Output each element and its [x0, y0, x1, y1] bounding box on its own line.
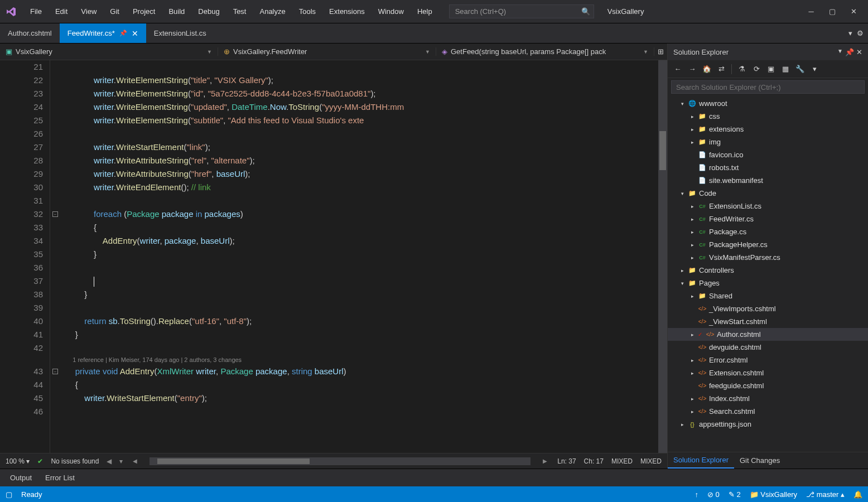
code-line[interactable]: {	[61, 378, 658, 392]
add-to-source-icon[interactable]: ↑	[695, 490, 698, 499]
tree-item[interactable]: ▸</>Search.cshtml	[668, 405, 868, 418]
tree-item[interactable]: ▸</>Extension.cshtml	[668, 366, 868, 379]
tree-item[interactable]: ▸C#PackageHelper.cs	[668, 238, 868, 251]
tree-item[interactable]: ▸📁Controllers	[668, 264, 868, 277]
tool-window-tab[interactable]: Error List	[38, 469, 81, 486]
tree-item[interactable]: </>_ViewImports.cshtml	[668, 302, 868, 315]
maximize-button[interactable]: ▢	[827, 6, 838, 17]
tree-expander[interactable]: ▸	[689, 114, 696, 119]
solution-search-input[interactable]	[671, 80, 865, 94]
menu-debug[interactable]: Debug	[192, 4, 225, 19]
quick-search[interactable]: Search (Ctrl+Q) 🔍	[449, 4, 594, 18]
repo-name[interactable]: 📁 VsixGallery	[750, 490, 797, 499]
tree-expander[interactable]: ▸	[689, 293, 696, 299]
warning-count[interactable]: ✎ 2	[729, 490, 741, 499]
menu-view[interactable]: View	[75, 4, 102, 19]
code-line[interactable]: writer.WriteElementString("updated", Dat…	[61, 100, 658, 114]
hscroll-right[interactable]: ▶	[541, 458, 549, 464]
tree-expander[interactable]: ▾	[679, 101, 686, 107]
code-line[interactable]: writer.WriteStartElement("entry");	[61, 392, 658, 405]
menu-extensions[interactable]: Extensions	[324, 4, 370, 19]
panel-pin-icon[interactable]: 📌	[845, 48, 854, 56]
tree-item[interactable]: ▾🌐wwwroot	[668, 97, 868, 110]
menu-window[interactable]: Window	[373, 4, 409, 19]
tree-expander[interactable]: ▸	[689, 358, 696, 363]
pin-icon[interactable]: 📌	[119, 30, 127, 37]
doc-tab[interactable]: FeedWriter.cs* 📌 ✕	[60, 23, 146, 43]
code-line[interactable]: }	[61, 288, 658, 301]
tree-item[interactable]: ▸</>Error.cshtml	[668, 354, 868, 366]
preview-icon[interactable]: ▾	[808, 62, 821, 76]
tree-expander[interactable]: ▾	[679, 191, 686, 196]
code-line[interactable]: }	[61, 328, 658, 341]
menu-help[interactable]: Help	[412, 4, 438, 19]
tree-item[interactable]: </>_ViewStart.cshtml	[668, 315, 868, 328]
branch-name[interactable]: ⎇ master ▴	[806, 490, 845, 499]
code-line[interactable]	[61, 274, 658, 288]
sync-icon[interactable]: ⟳	[750, 62, 763, 76]
tool-window-tab[interactable]: Output	[3, 469, 38, 486]
codelens[interactable]: 1 reference | Kim Meiser, 174 days ago |…	[61, 355, 658, 365]
fold-toggle[interactable]: −	[52, 369, 58, 374]
tree-item[interactable]: </>devguide.cshtml	[668, 341, 868, 354]
code-line[interactable]: }	[61, 248, 658, 261]
hscroll-left[interactable]: ◀	[131, 458, 139, 464]
menu-test[interactable]: Test	[228, 4, 252, 19]
code-line[interactable]	[61, 127, 658, 141]
close-tab-icon[interactable]: ✕	[132, 29, 138, 38]
code-line[interactable]	[61, 405, 658, 418]
tree-item[interactable]: ▸📁extensions	[668, 123, 868, 136]
panel-tab[interactable]: Solution Explorer	[668, 452, 734, 469]
tree-item[interactable]: ▸📁css	[668, 110, 868, 123]
code-line[interactable]	[61, 261, 658, 274]
menu-tools[interactable]: Tools	[293, 4, 321, 19]
tree-item[interactable]: ▾📁Pages	[668, 277, 868, 289]
zoom-dropdown[interactable]: 100 % ▾	[6, 457, 30, 465]
switch-view-icon[interactable]: ⇄	[715, 62, 728, 76]
code-line[interactable]: writer.WriteStartElement("link");	[61, 141, 658, 154]
forward-icon[interactable]: →	[686, 62, 699, 76]
tree-expander[interactable]: ▸	[689, 255, 696, 260]
tree-item[interactable]: ▸C#VsixManifestParser.cs	[668, 251, 868, 264]
panel-close-icon[interactable]: ✕	[856, 48, 862, 56]
nav-next-icon[interactable]: ▾	[119, 457, 123, 465]
code-line[interactable]: writer.WriteEndElement(); // link	[61, 181, 658, 194]
menu-analyze[interactable]: Analyze	[254, 4, 291, 19]
tree-item[interactable]: ▸📁img	[668, 136, 868, 148]
close-window-button[interactable]: ✕	[848, 6, 859, 17]
tree-item[interactable]: </>feedguide.cshtml	[668, 379, 868, 392]
menu-project[interactable]: Project	[127, 4, 161, 19]
tree-item[interactable]: ▸</>Index.cshtml	[668, 392, 868, 405]
code-line[interactable]: writer.WriteElementString("title", "VSIX…	[61, 74, 658, 87]
solution-search[interactable]	[668, 78, 868, 96]
tree-expander[interactable]: ▸	[679, 268, 686, 273]
doc-tab[interactable]: Author.cshtml	[0, 23, 60, 43]
show-all-icon[interactable]: ▦	[779, 62, 792, 76]
tree-item[interactable]: ▸C#ExtensionList.cs	[668, 200, 868, 213]
panel-dropdown-icon[interactable]: ▼	[837, 48, 843, 56]
tree-expander[interactable]: ▸	[689, 332, 696, 337]
tree-item[interactable]: ▾📁Code	[668, 187, 868, 200]
menu-file[interactable]: File	[25, 4, 47, 19]
tree-expander[interactable]: ▸	[689, 396, 696, 402]
tree-item[interactable]: 📄robots.txt	[668, 161, 868, 174]
tree-expander[interactable]: ▸	[689, 139, 696, 145]
collapse-icon[interactable]: ▣	[764, 62, 778, 76]
menu-edit[interactable]: Edit	[50, 4, 73, 19]
code-line[interactable]: private void AddEntry(XmlWriter writer, …	[61, 365, 658, 378]
code-line[interactable]: return sb.ToString().Replace("utf-16", "…	[61, 315, 658, 328]
filter-icon[interactable]: ⚗	[735, 62, 749, 76]
nav-class-dropdown[interactable]: ⊕ VsixGallery.FeedWriter ▼	[218, 47, 436, 56]
split-editor-icon[interactable]: ⊞	[654, 47, 667, 56]
tab-settings-icon[interactable]: ⚙	[857, 29, 864, 37]
tree-expander[interactable]: ▸	[689, 127, 696, 132]
properties-icon[interactable]: 🔧	[793, 62, 807, 76]
tree-expander[interactable]: ▾	[679, 281, 686, 286]
tree-item[interactable]: ▸C#FeedWriter.cs	[668, 213, 868, 225]
code-line[interactable]	[61, 341, 658, 355]
code-line[interactable]	[61, 301, 658, 315]
menu-build[interactable]: Build	[163, 4, 190, 19]
tree-item[interactable]: ▸✓</>Author.cshtml	[668, 328, 868, 341]
fold-toggle[interactable]: −	[52, 211, 58, 217]
panel-tab[interactable]: Git Changes	[734, 452, 785, 469]
